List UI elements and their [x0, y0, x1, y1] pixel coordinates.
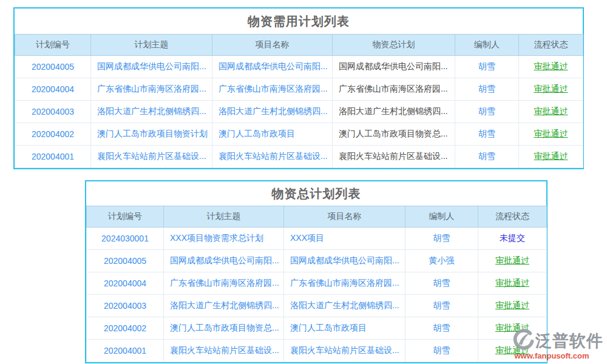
- plan-subject-cell[interactable]: 襄阳火车站站前片区基础设...: [91, 146, 212, 168]
- requirement-plan-header-row: 计划编号 计划主题 项目名称 物资总计划 编制人 流程状态: [15, 35, 583, 56]
- compiler-cell[interactable]: 胡雪: [455, 101, 519, 123]
- plan-subject-cell[interactable]: 澳门人工岛市政项目物资总...: [164, 317, 284, 340]
- flow-status-cell[interactable]: 审批通过: [519, 56, 583, 78]
- total-plan-table: 计划编号 计划主题 项目名称 编制人 流程状态 2024030001XXX项目物…: [86, 206, 547, 362]
- flow-status-cell[interactable]: 审批通过: [478, 272, 547, 295]
- material-total-plan-cell: 广东省佛山市南海区洛府园...: [333, 78, 455, 101]
- plan-number-cell[interactable]: 202004001: [87, 340, 164, 362]
- flow-status-cell[interactable]: 审批通过: [519, 101, 583, 123]
- compiler-cell[interactable]: 胡雪: [405, 317, 478, 340]
- plan-number-cell[interactable]: 2024030001: [87, 228, 164, 250]
- header-material-total-plan: 物资总计划: [333, 35, 455, 56]
- table-row: 202004005国网成都成华供电公司南阳...国网成都成华供电公司南阳...国…: [15, 56, 583, 78]
- plan-subject-cell[interactable]: XXX项目物资需求总计划: [164, 228, 284, 250]
- plan-subject-cell[interactable]: 洛阳大道广生村北侧锦绣四...: [164, 295, 284, 317]
- material-total-plan-cell: 洛阳大道广生村北侧锦绣四...: [333, 101, 455, 123]
- total-plan-title: 物资总计划列表: [86, 181, 546, 206]
- total-plan-header-row: 计划编号 计划主题 项目名称 编制人 流程状态: [87, 206, 547, 228]
- vendor-watermark: 泛普软件 www.fanpusoft.com: [500, 328, 603, 360]
- plan-number-cell[interactable]: 202004003: [15, 101, 91, 123]
- requirement-plan-body: 202004005国网成都成华供电公司南阳...国网成都成华供电公司南阳...国…: [15, 56, 583, 168]
- plan-subject-cell[interactable]: 国网成都成华供电公司南阳...: [91, 56, 212, 78]
- table-row: 202004003洛阳大道广生村北侧锦绣四...洛阳大道广生村北侧锦绣四...洛…: [15, 101, 583, 123]
- project-name-cell[interactable]: 洛阳大道广生村北侧锦绣四...: [284, 295, 405, 317]
- project-name-cell[interactable]: 襄阳火车站站前片区基础设...: [212, 146, 333, 168]
- material-total-plan-cell: 国网成都成华供电公司南阳...: [333, 56, 455, 78]
- plan-number-cell[interactable]: 202004002: [15, 123, 91, 146]
- fanpu-logo-icon: [511, 328, 534, 354]
- table-row: 202004003洛阳大道广生村北侧锦绣四...洛阳大道广生村北侧锦绣四...胡…: [87, 295, 547, 317]
- project-name-cell[interactable]: 广东省佛山市南海区洛府园...: [284, 272, 405, 295]
- compiler-cell[interactable]: 胡雪: [405, 272, 478, 295]
- project-name-cell[interactable]: XXX项目: [284, 228, 405, 250]
- material-total-plan-cell: 澳门人工岛市政项目物资总...: [333, 123, 455, 146]
- compiler-cell[interactable]: 胡雪: [405, 228, 478, 250]
- header-flow-status: 流程状态: [519, 35, 583, 56]
- plan-subject-cell[interactable]: 国网成都成华供电公司南阳...: [164, 250, 284, 272]
- compiler-cell[interactable]: 胡雪: [455, 146, 519, 168]
- header-compiler: 编制人: [405, 206, 478, 228]
- header-plan-subject: 计划主题: [164, 206, 284, 228]
- table-row: 202004004广东省佛山市南海区洛府园...广东省佛山市南海区洛府园...胡…: [87, 272, 547, 295]
- flow-status-cell[interactable]: 审批通过: [478, 250, 547, 272]
- flow-status-cell[interactable]: 审批通过: [478, 295, 547, 317]
- compiler-cell[interactable]: 黄小强: [405, 250, 478, 272]
- compiler-cell[interactable]: 胡雪: [405, 295, 478, 317]
- total-plan-body: 2024030001XXX项目物资需求总计划XXX项目胡雪未提交20200400…: [87, 228, 547, 362]
- project-name-cell[interactable]: 国网成都成华供电公司南阳...: [284, 250, 405, 272]
- flow-status-cell[interactable]: 未提交: [478, 228, 547, 250]
- compiler-cell[interactable]: 胡雪: [455, 123, 519, 146]
- project-name-cell[interactable]: 襄阳火车站站前片区基础设...: [284, 340, 405, 362]
- header-flow-status: 流程状态: [478, 206, 547, 228]
- plan-number-cell[interactable]: 202004005: [87, 250, 164, 272]
- compiler-cell[interactable]: 胡雪: [405, 340, 478, 362]
- requirement-plan-panel: 物资需用计划列表 计划编号 计划主题 项目名称 物资总计划 编制人 流程状态 2…: [13, 7, 584, 169]
- plan-number-cell[interactable]: 202004002: [87, 317, 164, 340]
- plan-number-cell[interactable]: 202004001: [15, 146, 91, 168]
- plan-number-cell[interactable]: 202004004: [15, 78, 91, 101]
- table-row: 202004002澳门人工岛市政项目物资总...澳门人工岛市政项目胡雪审批通过: [87, 317, 547, 340]
- table-row: 202004004广东省佛山市南海区洛府园...广东省佛山市南海区洛府园...广…: [15, 78, 583, 101]
- plan-number-cell[interactable]: 202004003: [87, 295, 164, 317]
- table-row: 202004001襄阳火车站站前片区基础设...襄阳火车站站前片区基础设...襄…: [15, 146, 583, 168]
- header-plan-number: 计划编号: [15, 35, 91, 56]
- table-row: 2024030001XXX项目物资需求总计划XXX项目胡雪未提交: [87, 228, 547, 250]
- plan-subject-cell[interactable]: 广东省佛山市南海区洛府园...: [164, 272, 284, 295]
- header-plan-subject: 计划主题: [91, 35, 212, 56]
- project-name-cell[interactable]: 国网成都成华供电公司南阳...: [212, 56, 333, 78]
- plan-subject-cell[interactable]: 澳门人工岛市政项目物资计划: [91, 123, 212, 146]
- project-name-cell[interactable]: 洛阳大道广生村北侧锦绣四...: [212, 101, 333, 123]
- header-project-name: 项目名称: [284, 206, 405, 228]
- material-total-plan-cell: 襄阳火车站站前片区基础设...: [333, 146, 455, 168]
- project-name-cell[interactable]: 广东省佛山市南海区洛府园...: [212, 78, 333, 101]
- flow-status-cell[interactable]: 审批通过: [519, 123, 583, 146]
- compiler-cell[interactable]: 胡雪: [455, 56, 519, 78]
- plan-subject-cell[interactable]: 广东省佛山市南海区洛府园...: [91, 78, 212, 101]
- total-plan-panel: 物资总计划列表 计划编号 计划主题 项目名称 编制人 流程状态 20240300…: [85, 180, 548, 363]
- table-row: 202004005国网成都成华供电公司南阳...国网成都成华供电公司南阳...黄…: [87, 250, 547, 272]
- table-row: 202004002澳门人工岛市政项目物资计划澳门人工岛市政项目澳门人工岛市政项目…: [15, 123, 583, 146]
- plan-subject-cell[interactable]: 襄阳火车站站前片区基础设...: [164, 340, 284, 362]
- header-plan-number: 计划编号: [87, 206, 164, 228]
- compiler-cell[interactable]: 胡雪: [455, 78, 519, 101]
- vendor-url: www.fanpusoft.com: [500, 351, 603, 360]
- project-name-cell[interactable]: 澳门人工岛市政项目: [284, 317, 405, 340]
- plan-number-cell[interactable]: 202004005: [15, 56, 91, 78]
- plan-number-cell[interactable]: 202004004: [87, 272, 164, 295]
- header-compiler: 编制人: [455, 35, 519, 56]
- project-name-cell[interactable]: 澳门人工岛市政项目: [212, 123, 333, 146]
- flow-status-cell[interactable]: 审批通过: [519, 78, 583, 101]
- plan-subject-cell[interactable]: 洛阳大道广生村北侧锦绣四...: [91, 101, 212, 123]
- requirement-plan-table: 计划编号 计划主题 项目名称 物资总计划 编制人 流程状态 202004005国…: [15, 34, 583, 168]
- requirement-plan-title: 物资需用计划列表: [15, 8, 583, 34]
- table-row: 202004001襄阳火车站站前片区基础设...襄阳火车站站前片区基础设...胡…: [87, 340, 547, 362]
- vendor-brand-name: 泛普软件: [535, 330, 603, 352]
- flow-status-cell[interactable]: 审批通过: [519, 146, 583, 168]
- header-project-name: 项目名称: [212, 35, 333, 56]
